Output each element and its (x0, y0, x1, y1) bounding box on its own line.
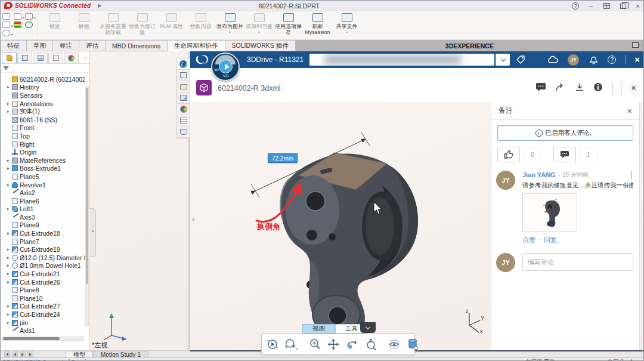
notifications-bell-icon[interactable] (588, 54, 599, 65)
feature-tree-item[interactable]: ▸ Cut-Extrude26 (1, 278, 85, 286)
feature-tree-item[interactable]: Axis3 (1, 213, 85, 221)
feature-tree-item[interactable]: Top (1, 132, 85, 140)
user-avatar[interactable]: JY (568, 54, 579, 66)
tree-horizontal-scrollbar[interactable] (2, 337, 84, 341)
feature-tree-item[interactable]: Axis2 (1, 189, 85, 197)
ribbon-tab[interactable]: MBD Dimensions (106, 40, 168, 51)
commenter-avatar[interactable]: JY (496, 171, 515, 190)
tab-design-library[interactable] (177, 70, 190, 81)
tab-custom-properties[interactable] (177, 115, 190, 126)
zoom-window-icon[interactable] (364, 338, 377, 351)
commenter-name[interactable]: Jian YANG (522, 171, 556, 178)
tree-splitter-handle[interactable] (89, 208, 96, 257)
restore-icon[interactable] (620, 4, 626, 9)
tabs-overflow-icon[interactable]: › (84, 55, 88, 61)
prev-tab-icon[interactable] (12, 351, 18, 357)
ribbon-tab[interactable]: 生命周期和协作 (168, 40, 225, 51)
collapse-comment-icon[interactable] (631, 171, 632, 178)
toolbar-button[interactable]: PLM 属性 (157, 12, 186, 33)
tag-icon[interactable] (515, 54, 526, 65)
toolbar-button[interactable]: 替换为修订版 (128, 12, 157, 39)
info-icon[interactable] (593, 82, 603, 94)
feature-tree-item[interactable]: ▸ Cut-Extrude27 (1, 303, 85, 311)
toolbar-button[interactable]: 替换内容 (186, 12, 215, 33)
more-chevron-icon[interactable] (612, 83, 612, 94)
tab-displaymanager[interactable] (64, 53, 79, 63)
feature-tree-item[interactable]: Axis1 (1, 326, 85, 335)
feature-tree-item[interactable]: ▸ Cut-Extrude19 (1, 245, 85, 254)
model-tab[interactable]: 模型 (66, 351, 93, 357)
comment-count-button[interactable] (553, 147, 576, 162)
search-dropdown-icon[interactable] (496, 54, 510, 66)
feature-tree-item[interactable]: Origin (1, 148, 85, 156)
add-comment-icon[interactable] (284, 338, 298, 351)
ribbon-tab[interactable]: 标注 (53, 40, 79, 51)
rebuild-icon[interactable] (25, 21, 33, 28)
feature-tree-item[interactable]: ▸ Ø1.0mm Dowel Hole1 (1, 262, 85, 270)
toolbar-button[interactable]: 共享文件 ▾ (332, 12, 361, 33)
toolbar-button[interactable]: 从服务器重新加载 (98, 12, 128, 39)
comments-icon[interactable] (535, 82, 546, 94)
feature-tree-item[interactable]: ▸ History (1, 84, 85, 92)
toolbar-button[interactable]: 锁定 (40, 12, 69, 33)
last-tab-icon[interactable] (27, 351, 33, 357)
feature-tree-item[interactable]: 6061-T6 (SS) (1, 116, 85, 124)
close-window-icon[interactable]: × (636, 1, 640, 11)
next-tab-icon[interactable] (20, 351, 26, 357)
like-button[interactable] (497, 147, 520, 162)
filter-funnel-icon[interactable] (3, 66, 9, 70)
lifecycle-status-icon[interactable] (14, 21, 21, 28)
viewport-tab[interactable]: 视图 (302, 324, 335, 334)
tab-propertymanager[interactable] (17, 53, 32, 63)
feature-tree-item[interactable]: ▸ 实体(1) (1, 107, 85, 116)
close-comments-icon[interactable]: × (627, 106, 632, 116)
status-customize[interactable]: 自定义 (608, 358, 625, 361)
feature-tree-item[interactable]: ▸ Cut-Extrude24 (1, 310, 85, 319)
ambience-play-icon[interactable] (266, 338, 279, 351)
download-icon[interactable] (575, 82, 584, 94)
close-panel-icon[interactable]: × (634, 54, 640, 65)
feature-tree-item[interactable]: ▸ Revolve1 (1, 181, 85, 189)
tab-featuremanager[interactable] (2, 53, 17, 63)
tab-file-explorer[interactable] (177, 81, 190, 92)
select-tool-icon[interactable]: ▾ (14, 13, 21, 20)
model-database-icon[interactable] (406, 338, 419, 351)
like-link[interactable]: 点赞 (522, 236, 535, 245)
feature-tree-item[interactable]: Plane8 (1, 286, 85, 294)
feature-tree-item[interactable]: Plane7 (1, 237, 85, 246)
ribbon-tab[interactable]: 特征 (1, 40, 27, 51)
search-input[interactable] (309, 54, 494, 66)
reply-link[interactable]: 回复 (544, 236, 557, 245)
feature-tree-item[interactable]: Plane10 (1, 294, 85, 303)
rotate-icon[interactable] (345, 338, 358, 351)
dimension-label[interactable]: 72.2mm (268, 153, 298, 163)
feature-tree-item[interactable]: ▸ Ø12.0 (12.5) Diameter Hole (1, 254, 85, 262)
home-icon[interactable] (2, 13, 10, 20)
ribbon-tab[interactable]: SOLIDWORKS 插件 (225, 40, 296, 51)
toolbar-button[interactable]: 添加到书签 ▾ (244, 12, 274, 33)
tab-appearances[interactable] (177, 104, 190, 115)
first-tab-icon[interactable] (4, 351, 10, 357)
share-icon[interactable] (555, 82, 566, 94)
close-viewer-icon[interactable]: × (631, 83, 636, 94)
tab-dimxpertmanager[interactable] (48, 53, 63, 63)
model-tab[interactable]: Motion Study 1 (93, 351, 148, 357)
toolbar-button[interactable]: 使用选项保存 (274, 12, 303, 39)
feature-tree-item[interactable]: ▸ Cut-Extrude21 (1, 270, 85, 278)
menu-expand-arrow-icon[interactable]: ▶ (98, 3, 101, 8)
collapse-toolbar-icon[interactable] (360, 322, 376, 333)
tab-view-palette[interactable] (177, 92, 190, 104)
feature-tree-item[interactable]: ▸ pin (1, 319, 85, 327)
feature-tree-item[interactable]: ▸ Boss-Extrude1 (1, 165, 85, 173)
feature-tree-item[interactable]: Plane5 (1, 172, 85, 181)
toolbar-button[interactable]: 解锁 (69, 12, 98, 33)
minimize-icon[interactable]: – (589, 1, 593, 11)
feature-tree-item[interactable]: ▸ MateReferences (1, 156, 85, 165)
ribbon-tab[interactable]: 草图 (27, 40, 53, 51)
cloud-icon[interactable] (548, 54, 559, 65)
ribbon-tab[interactable]: 评估 (79, 40, 106, 51)
undo-icon[interactable]: ▾ (25, 13, 33, 20)
window-layout-icon[interactable] (603, 3, 610, 9)
pin-panel-icon[interactable] (632, 42, 639, 48)
feature-tree-item[interactable]: Front (1, 124, 85, 132)
